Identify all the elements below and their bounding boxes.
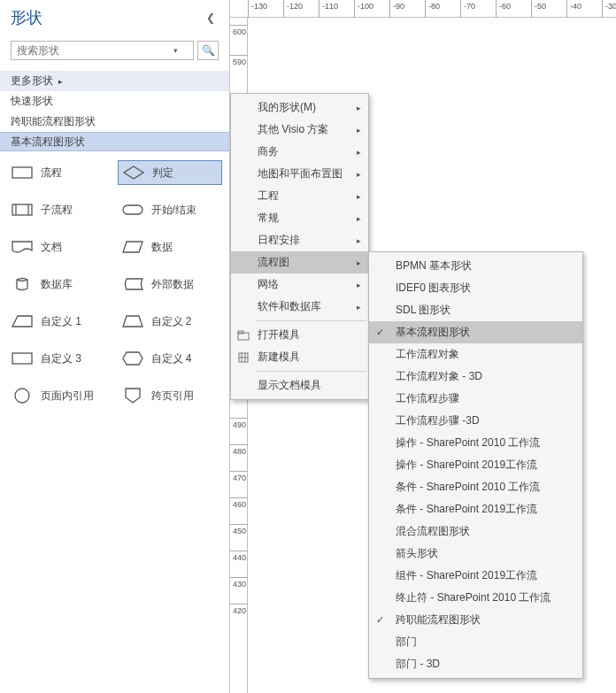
menu-item-label: 操作 - SharePoint 2010 工作流 xyxy=(396,435,540,450)
submenu-arrow-icon: ▸ xyxy=(357,170,361,179)
menu-item-label: 打开模具 xyxy=(258,327,300,343)
menu-item-地图和平面布置图[interactable]: 地图和平面布置图▸ xyxy=(231,163,368,185)
menu-item-label: 部门 - 3D xyxy=(396,657,440,672)
stencil-header-selected[interactable]: 基本流程图形状 xyxy=(0,132,229,151)
diamond-icon xyxy=(122,165,145,181)
shape-subproc[interactable]: 子流程 xyxy=(7,197,112,222)
menu-item-商务[interactable]: 商务▸ xyxy=(231,141,368,163)
shape-label: 自定义 2 xyxy=(151,314,192,329)
category-跨职能流程图形状[interactable]: 跨职能流程图形状 xyxy=(0,112,229,132)
menu-item-label: 混合流程图形状 xyxy=(396,524,470,539)
svg-marker-6 xyxy=(123,242,142,252)
menu-item-组件 - SharePoint 2019工作流[interactable]: 组件 - SharePoint 2019工作流 xyxy=(369,565,582,587)
shape-label: 跨页引用 xyxy=(151,389,194,404)
menu-item-工作流程对象[interactable]: 工作流程对象 xyxy=(369,343,582,366)
subproc-icon xyxy=(11,202,34,218)
submenu-arrow-icon: ▸ xyxy=(357,281,361,289)
menu-item-流程图[interactable]: 流程图▸ xyxy=(231,251,368,273)
svg-marker-1 xyxy=(124,166,143,179)
shape-label: 子流程 xyxy=(41,203,73,218)
shape-label: 判定 xyxy=(152,166,173,181)
menu-item-工作流程步骤[interactable]: 工作流程步骤 xyxy=(369,388,582,410)
svg-marker-10 xyxy=(123,352,142,365)
cust1-icon xyxy=(11,313,34,329)
rect-icon xyxy=(11,165,34,181)
shape-onpage[interactable]: 页面内引用 xyxy=(7,383,112,408)
menu-item-跨职能流程图形状[interactable]: ✓跨职能流程图形状 xyxy=(369,609,582,631)
menu-item-部门 - 3D[interactable]: 部门 - 3D xyxy=(369,653,582,675)
search-button[interactable]: 🔍 xyxy=(197,41,219,60)
menu-item-工程[interactable]: 工程▸ xyxy=(231,185,368,207)
shape-cust2[interactable]: 自定义 2 xyxy=(118,309,223,334)
shape-diamond[interactable]: 判定 xyxy=(118,160,223,185)
menu-item-label: 其他 Visio 方案 xyxy=(258,122,328,137)
shape-cust3[interactable]: 自定义 3 xyxy=(7,346,112,371)
menu-item-日程安排[interactable]: 日程安排▸ xyxy=(231,229,368,251)
menu-item-IDEF0 图表形状[interactable]: IDEF0 图表形状 xyxy=(369,277,582,299)
menu-item-打开模具[interactable]: 打开模具 xyxy=(231,324,368,346)
open-icon xyxy=(236,328,250,343)
menu-item-显示文档模具[interactable]: 显示文档模具 xyxy=(231,374,368,397)
shape-label: 流程 xyxy=(41,166,62,181)
shape-cust4[interactable]: 自定义 4 xyxy=(118,346,223,371)
menu-item-条件 - SharePoint 2019工作流[interactable]: 条件 - SharePoint 2019工作流 xyxy=(369,498,582,520)
shape-label: 自定义 4 xyxy=(151,351,192,366)
menu-item-BPMN 基本形状[interactable]: BPMN 基本形状 xyxy=(369,255,582,277)
menu-item-操作 - SharePoint 2019工作流[interactable]: 操作 - SharePoint 2019工作流 xyxy=(369,454,582,476)
stencil-header-label: 基本流程图形状 xyxy=(11,135,85,150)
menu-item-软件和数据库[interactable]: 软件和数据库▸ xyxy=(231,296,368,318)
menu-item-label: 组件 - SharePoint 2019工作流 xyxy=(396,568,537,583)
shape-cust1[interactable]: 自定义 1 xyxy=(7,309,112,334)
svg-rect-2 xyxy=(12,204,32,215)
startend-icon xyxy=(121,202,144,218)
shape-rect[interactable]: 流程 xyxy=(7,160,112,185)
menu-item-混合流程图形状[interactable]: 混合流程图形状 xyxy=(369,520,582,543)
data-icon xyxy=(121,239,144,255)
menu-item-操作 - SharePoint 2010 工作流[interactable]: 操作 - SharePoint 2010 工作流 xyxy=(369,432,582,454)
svg-marker-7 xyxy=(12,316,32,327)
menu-separator xyxy=(256,320,366,321)
submenu-arrow-icon: ▸ xyxy=(357,104,361,112)
menu-item-label: 日程安排 xyxy=(258,233,300,248)
collapse-panel-button[interactable]: ❮ xyxy=(203,10,219,26)
menu-item-工作流程步骤 -3D[interactable]: 工作流程步骤 -3D xyxy=(369,410,582,432)
shape-label: 文档 xyxy=(41,240,62,255)
svg-rect-9 xyxy=(12,353,32,364)
menu-item-网络[interactable]: 网络▸ xyxy=(231,273,368,296)
svg-marker-12 xyxy=(126,389,140,403)
shape-data[interactable]: 数据 xyxy=(118,235,223,259)
shape-label: 自定义 1 xyxy=(41,314,81,329)
menu-item-label: 软件和数据库 xyxy=(258,299,321,314)
menu-item-其他 Visio 方案[interactable]: 其他 Visio 方案▸ xyxy=(231,119,368,141)
menu-item-工作流程对象 - 3D[interactable]: 工作流程对象 - 3D xyxy=(369,366,582,388)
flyout-icon: ▸ xyxy=(58,77,63,86)
menu-item-箭头形状[interactable]: 箭头形状 xyxy=(369,543,582,565)
menu-item-label: 网络 xyxy=(258,277,279,292)
menu-item-部门[interactable]: 部门 xyxy=(369,631,582,653)
flowchart-submenu: BPMN 基本形状IDEF0 图表形状SDL 图形状✓基本流程图形状工作流程对象… xyxy=(368,251,583,679)
more-shapes-menu: 我的形状(M)▸其他 Visio 方案▸商务▸地图和平面布置图▸工程▸常规▸日程… xyxy=(230,93,369,400)
onpage-icon xyxy=(11,388,34,404)
menu-item-SDL 图形状[interactable]: SDL 图形状 xyxy=(369,299,582,321)
menu-item-我的形状(M)[interactable]: 我的形状(M)▸ xyxy=(231,96,368,119)
category-快速形状[interactable]: 快速形状 xyxy=(0,91,229,112)
menu-item-常规[interactable]: 常规▸ xyxy=(231,207,368,229)
shape-offpage[interactable]: 跨页引用 xyxy=(118,383,223,408)
menu-item-终止符 - SharePoint 2010 工作流[interactable]: 终止符 - SharePoint 2010 工作流 xyxy=(369,587,582,609)
menu-item-label: 跨职能流程图形状 xyxy=(396,612,481,628)
shape-doc[interactable]: 文档 xyxy=(7,235,112,259)
menu-item-label: 部门 xyxy=(396,635,417,650)
menu-item-label: 工作流程对象 xyxy=(396,347,459,362)
menu-item-label: 基本流程图形状 xyxy=(396,325,470,340)
submenu-arrow-icon: ▸ xyxy=(357,258,361,267)
category-更多形状[interactable]: 更多形状▸ xyxy=(0,71,229,91)
shape-extdb[interactable]: 外部数据 xyxy=(118,272,223,296)
menu-item-新建模具[interactable]: 新建模具 xyxy=(231,346,368,368)
shape-startend[interactable]: 开始/结束 xyxy=(118,197,223,222)
submenu-arrow-icon: ▸ xyxy=(357,303,361,312)
menu-item-基本流程图形状[interactable]: ✓基本流程图形状 xyxy=(369,321,582,343)
shape-db[interactable]: 数据库 xyxy=(7,272,112,296)
menu-item-条件 - SharePoint 2010 工作流[interactable]: 条件 - SharePoint 2010 工作流 xyxy=(369,476,582,498)
menu-item-label: 工作流程对象 - 3D xyxy=(396,369,482,384)
search-input[interactable] xyxy=(11,41,194,60)
